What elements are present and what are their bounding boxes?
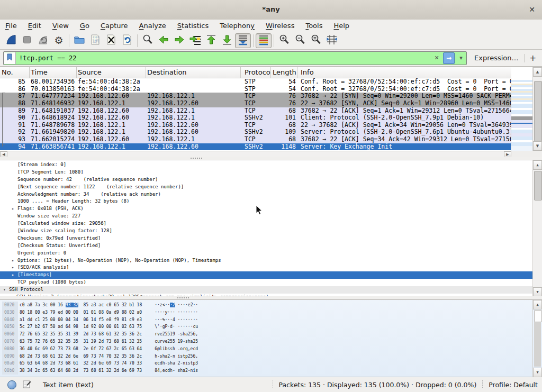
expander-icon[interactable] xyxy=(12,235,17,242)
menu-capture[interactable]: Capture xyxy=(101,22,128,30)
detail-row[interactable]: ▸ [SEQ/ACK analysis] xyxy=(0,264,532,271)
hex-row[interactable]: 0020 c0 a8 7a 3c 00 16 93 32 85 a3 ac c0… xyxy=(0,302,532,309)
zoom-in-button[interactable] xyxy=(276,33,292,48)
detail-row[interactable]: ▸ Flags: 0x018 (PSH, ACK) xyxy=(0,205,532,213)
detail-row[interactable]: [Calculated window size: 29056] xyxy=(0,220,532,227)
intelligent-scrollbar-minimap[interactable] xyxy=(511,78,532,151)
packet-row[interactable]: 86 70.013850163 fe:54:00:d4:38:2a STP 54… xyxy=(0,86,511,93)
menu-analyze[interactable]: Analyze xyxy=(139,22,166,30)
menu-go[interactable]: Go xyxy=(80,22,89,30)
packet-row[interactable]: 91 71.648789678 192.168.122.1 192.168.12… xyxy=(0,122,511,129)
column-header-time[interactable]: Time xyxy=(30,67,77,78)
restart-capture-button[interactable] xyxy=(35,33,51,48)
go-to-bottom-button[interactable] xyxy=(219,33,235,48)
menu-edit[interactable]: Edit xyxy=(28,22,41,30)
expander-icon[interactable] xyxy=(12,184,17,191)
filter-bookmark-button[interactable] xyxy=(4,52,16,64)
zoom-100-button[interactable] xyxy=(308,33,324,48)
detail-row[interactable]: ▸ [Timestamps] xyxy=(0,271,532,279)
scroll-down-icon[interactable]: ▼ xyxy=(533,368,542,377)
packet-row[interactable]: 94 71.663856741 192.168.122.1 192.168.12… xyxy=(0,143,511,151)
display-filter-box[interactable]: ✕ → ▾ xyxy=(3,51,467,65)
scroll-down-icon[interactable]: ▼ xyxy=(533,141,542,151)
reload-file-button[interactable] xyxy=(119,33,135,48)
expander-icon[interactable] xyxy=(12,191,17,198)
column-header-info[interactable]: Info xyxy=(297,67,511,78)
hex-row[interactable]: 0090 68 2d 73 68 61 32 2d 6e 69 73 74 70… xyxy=(0,353,532,360)
display-filter-input[interactable] xyxy=(16,54,431,62)
filter-clear-button[interactable]: ✕ xyxy=(431,53,442,63)
scroll-up-icon[interactable]: ▲ xyxy=(533,160,542,170)
hex-row[interactable]: 0070 63 75 72 76 65 32 35 35 31 39 2d 73… xyxy=(0,338,532,345)
find-packet-button[interactable] xyxy=(140,33,156,48)
splitter-grip[interactable] xyxy=(177,297,190,298)
detail-row[interactable]: [Window size scaling factor: 128] xyxy=(0,227,532,235)
resize-columns-button[interactable] xyxy=(324,33,340,48)
filter-add-button[interactable]: + xyxy=(530,53,537,63)
expander-icon[interactable] xyxy=(12,213,17,220)
menu-view[interactable]: View xyxy=(52,22,69,30)
profile-label[interactable]: Profile: Default xyxy=(489,381,538,389)
go-back-button[interactable] xyxy=(156,33,171,48)
menu-file[interactable]: File xyxy=(5,22,17,30)
details-vertical-scrollbar[interactable]: ▲ ▼ xyxy=(532,160,542,296)
detail-row[interactable]: 1000 .... = Header Length: 32 bytes (8) xyxy=(0,198,532,205)
detail-row[interactable]: ▾ SSH Protocol xyxy=(0,286,532,294)
hex-row[interactable]: 00a0 65 63 64 68 2d 73 68 61 32 2d 6e 69… xyxy=(0,360,532,367)
expander-icon[interactable] xyxy=(12,227,17,235)
detail-row[interactable]: Window size value: 227 xyxy=(0,213,532,220)
hex-row[interactable]: 00b0 38 34 2c 65 63 64 68 2d 73 68 61 32… xyxy=(0,367,532,375)
detail-row[interactable]: [Checksum Status: Unverified] xyxy=(0,242,532,250)
expression-button[interactable]: Expression… xyxy=(474,54,519,62)
expander-icon[interactable]: ▸ xyxy=(12,264,17,271)
detail-row[interactable]: Acknowledgment number: 34 (relative ack … xyxy=(0,191,532,198)
packet-row[interactable]: 93 71.662015274 192.168.122.60 192.168.1… xyxy=(0,136,511,143)
hex-row[interactable]: 0080 36 40 6c 69 62 73 73 68 2e 6f 72 67… xyxy=(0,345,532,353)
expander-icon[interactable] xyxy=(12,198,17,205)
detail-row[interactable]: [Stream index: 0] xyxy=(0,161,532,169)
hex-row[interactable]: 0050 5c 27 b2 67 50 ad 64 98 1d 92 00 00… xyxy=(0,323,532,331)
detail-row[interactable]: Checksum: 0x79ed [unverified] xyxy=(0,235,532,242)
stop-capture-button[interactable] xyxy=(19,33,35,48)
colorize-button[interactable] xyxy=(256,33,272,48)
column-header-destination[interactable]: Destination xyxy=(146,67,241,78)
expander-icon[interactable]: ▾ xyxy=(3,286,9,294)
packet-list-vertical-scrollbar[interactable]: ▲ ▼ xyxy=(532,67,542,151)
detail-row[interactable]: [TCP Segment Len: 1080] xyxy=(0,169,532,176)
go-forward-button[interactable] xyxy=(171,33,187,48)
menu-telephony[interactable]: Telephony xyxy=(220,22,255,30)
expander-icon[interactable] xyxy=(12,242,17,250)
filter-dropdown-button[interactable]: ▾ xyxy=(456,53,466,63)
expander-icon[interactable] xyxy=(12,169,17,176)
detail-row[interactable]: ▸ Options: (12 bytes), No-Operation (NOP… xyxy=(0,257,532,265)
expander-icon[interactable] xyxy=(12,279,17,286)
splitter-grip[interactable] xyxy=(191,158,203,159)
packet-row[interactable]: 92 71.661949820 192.168.122.1 192.168.12… xyxy=(0,129,511,136)
capture-options-button[interactable]: ⚙ xyxy=(51,33,67,48)
go-to-packet-button[interactable] xyxy=(187,33,203,48)
expander-icon[interactable] xyxy=(12,220,17,227)
hex-vertical-scrollbar[interactable]: ▲ ▼ xyxy=(532,300,542,377)
expander-icon[interactable]: ▸ xyxy=(12,271,17,279)
go-to-top-button[interactable] xyxy=(203,33,219,48)
packet-row[interactable]: 89 71.648191037 192.168.122.60 192.168.1… xyxy=(0,107,511,115)
packet-row[interactable]: 87 71.647777234 192.168.122.60 192.168.1… xyxy=(0,93,511,100)
column-header-no[interactable]: No. xyxy=(0,67,30,78)
scrollbar-thumb[interactable] xyxy=(534,81,542,141)
column-header-protocol[interactable]: Protocol xyxy=(241,67,271,78)
expander-icon[interactable] xyxy=(12,250,17,257)
close-file-button[interactable] xyxy=(103,33,119,48)
detail-row[interactable]: TCP payload (1080 bytes) xyxy=(0,279,532,286)
expander-icon[interactable]: ▸ xyxy=(12,205,17,213)
scrollbar-thumb[interactable] xyxy=(534,171,542,200)
capture-comment-icon[interactable] xyxy=(23,380,31,390)
hex-row[interactable]: 0060 72 76 65 32 35 35 31 39 2d 73 68 61… xyxy=(0,331,532,338)
zoom-out-button[interactable] xyxy=(292,33,308,48)
start-capture-button[interactable] xyxy=(3,33,19,48)
scroll-up-icon[interactable]: ▲ xyxy=(533,300,542,309)
detail-row[interactable]: Urgent pointer: 0 xyxy=(0,250,532,257)
hex-row[interactable]: 0040 a1 dd c1 25 00 00 04 34 06 14 f5 e8… xyxy=(0,316,532,324)
scrollbar-thumb[interactable] xyxy=(534,310,542,322)
scroll-down-icon[interactable]: ▼ xyxy=(533,287,542,296)
column-header-length[interactable]: Length xyxy=(271,67,297,78)
